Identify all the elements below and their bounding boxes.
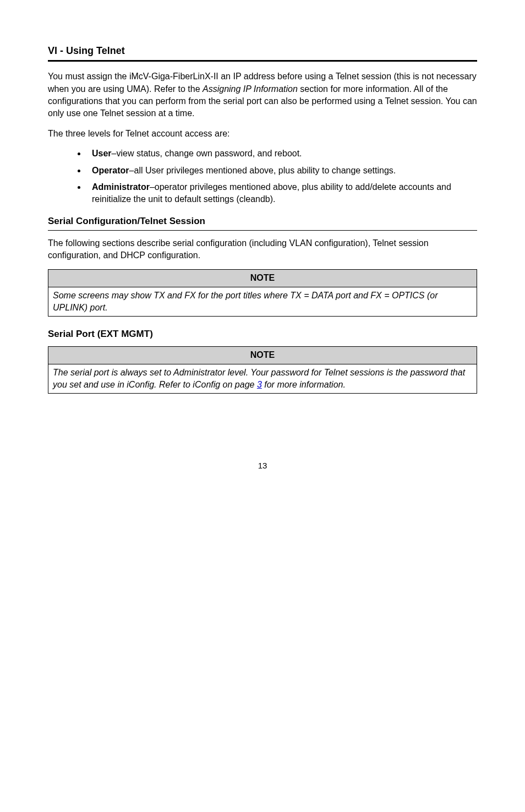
list-desc: –all User privileges mentioned above, pl… (129, 166, 396, 175)
note-box: NOTE The serial port is always set to Ad… (48, 346, 477, 394)
page-link[interactable]: 3 (257, 380, 262, 389)
note-header: NOTE (48, 270, 477, 287)
note-header: NOTE (48, 347, 477, 364)
note-box: NOTE Some screens may show TX and FX for… (48, 269, 477, 317)
note-body: Some screens may show TX and FX for the … (48, 287, 477, 317)
section-heading-telnet: VI - Using Telnet (48, 44, 477, 58)
note-body: The serial port is always set to Adminis… (48, 364, 477, 394)
text-italic: Assigning IP Information (203, 84, 298, 94)
section-heading-serial-port: Serial Port (EXT MGMT) (48, 328, 477, 341)
text-italic: for more information. (262, 380, 346, 389)
divider (48, 230, 477, 231)
page-number: 13 (48, 460, 477, 471)
paragraph: The three levels for Telnet account acce… (48, 128, 477, 140)
list-item: Administrator–operator privileges mentio… (86, 181, 477, 206)
bullet-list: User–view status, change own password, a… (48, 148, 477, 206)
divider (48, 60, 477, 62)
paragraph: The following sections describe serial c… (48, 237, 477, 262)
list-term: User (92, 149, 112, 158)
list-term: Operator (92, 166, 129, 175)
list-item: User–view status, change own password, a… (86, 148, 477, 160)
section-heading-serial-config: Serial Configuration/Telnet Session (48, 215, 477, 228)
list-term: Administrator (92, 182, 150, 192)
list-item: Operator–all User privileges mentioned a… (86, 165, 477, 177)
paragraph: You must assign the iMcV-Giga-FiberLinX-… (48, 70, 477, 120)
list-desc: –view status, change own password, and r… (112, 149, 302, 158)
